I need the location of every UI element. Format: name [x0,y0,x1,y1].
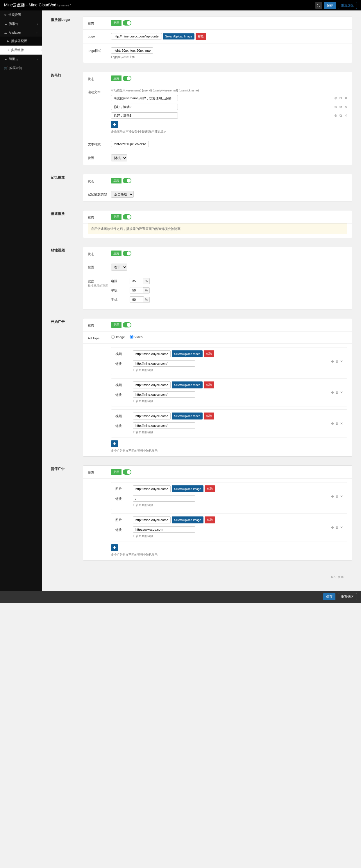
logo-switch[interactable]: 启用 [111,20,131,26]
reset-button[interactable]: 重置选区 [338,2,357,9]
copy-icon[interactable]: ⧉ [336,494,338,498]
select-video-button[interactable]: Select/Upload Video [172,350,202,358]
nav-buy[interactable]: 🛒购买时间 [0,64,42,72]
pause-image-input[interactable] [133,485,171,492]
delete-icon[interactable]: ✕ [340,422,343,426]
section-sticky: 粘性视频 [51,247,83,309]
add-ad-button[interactable]: ✚ [111,440,118,447]
pausead-switch[interactable]: 启用 [111,469,131,475]
ad-video-input[interactable] [133,350,171,358]
delete-icon[interactable]: ✕ [340,391,343,395]
ad-video-input[interactable] [133,381,171,389]
scroll-input-2[interactable] [111,104,178,110]
section-playerlogo: 播放器Logo [51,16,83,63]
nav-general[interactable]: ⚙常规设置 [0,10,42,20]
copy-icon[interactable]: ⧉ [336,525,338,529]
nav-tencent[interactable]: ☁腾讯云› [0,20,42,28]
nav-aliyun[interactable]: ☁阿里云› [0,55,42,64]
width-tablet-input[interactable] [130,287,144,293]
ad-item: 视频Select/Upload Video移除 链接广告页面的链接 ⊕⧉✕ [111,378,348,406]
expand-button[interactable]: ⛶ [315,2,322,9]
copy-icon[interactable]: ⧉ [336,422,338,426]
nav-plugins[interactable]: ✦实用组件 [0,45,42,55]
logo-style-input[interactable] [111,47,153,54]
select-video-button[interactable]: Select/Upload Video [172,381,202,389]
scroll-input-1[interactable] [111,95,178,101]
ad-link-input[interactable] [133,423,195,429]
copy-icon[interactable]: ⧉ [336,391,338,395]
speed-switch[interactable]: 启用 [111,214,131,220]
section-pausead: 暂停广告 [51,465,83,561]
text-style-input[interactable] [111,141,149,147]
section-memory: 记忆播放 [51,174,83,202]
select-image-button[interactable]: Select/Upload Image [163,33,194,39]
chevron-right-icon: › [37,23,38,26]
ad-item: 视频Select/Upload Video移除 链接广告页面的链接 ⊕⧉✕ [111,409,348,437]
move-icon[interactable]: ⊕ [331,494,334,498]
remove-button[interactable]: 移除 [204,350,214,358]
gear-icon: ⚙ [4,13,7,17]
adtype-image-radio[interactable]: Image [111,335,125,339]
marquee-switch[interactable]: 启用 [111,75,131,81]
memory-switch[interactable]: 启用 [111,178,131,183]
bottom-save-button[interactable]: 保存 [323,593,335,600]
copy-icon[interactable]: ⧉ [339,114,342,118]
startad-switch[interactable]: 启用 [111,322,131,328]
remove-button[interactable]: 移除 [205,485,215,492]
select-image-button[interactable]: Select/Upload Image [172,517,203,523]
delete-icon[interactable]: ✕ [340,360,343,364]
cloud-icon: ☁ [4,31,7,34]
delete-icon[interactable]: ✕ [344,96,348,100]
move-icon[interactable]: ⊕ [334,96,337,100]
move-icon[interactable]: ⊕ [331,391,334,395]
copy-icon[interactable]: ⧉ [336,360,338,364]
ad-link-input[interactable] [133,360,195,367]
copy-icon[interactable]: ⧉ [339,96,342,100]
remove-button[interactable]: 移除 [204,412,214,420]
pause-link-input[interactable] [133,526,195,533]
position-select[interactable]: 随机 [111,154,127,161]
remove-button[interactable]: 移除 [196,33,206,40]
select-image-button[interactable]: Select/Upload Image [172,485,203,492]
sticky-position-select[interactable]: 右下 [111,264,127,271]
nav-player-config[interactable]: ▶播放器配置 [0,37,42,45]
add-pause-ad-button[interactable]: ✚ [111,544,118,551]
ad-link-input[interactable] [133,391,195,398]
cloud-icon: ☁ [4,22,7,26]
pause-image-input[interactable] [133,517,171,523]
width-mobile-input[interactable] [130,297,144,303]
section-speed: 倍速播放 [51,210,83,238]
save-button[interactable]: 保存 [324,2,336,9]
delete-icon[interactable]: ✕ [344,105,348,109]
cart-icon: 🛒 [4,66,7,70]
delete-icon[interactable]: ✕ [344,114,348,118]
width-pc-input[interactable] [130,278,144,284]
move-icon[interactable]: ⊕ [331,525,334,529]
move-icon[interactable]: ⊕ [334,105,337,109]
sticky-switch[interactable]: 启用 [111,251,131,256]
delete-icon[interactable]: ✕ [340,494,343,498]
add-scroll-button[interactable]: ✚ [111,121,118,128]
scroll-input-3[interactable] [111,112,178,119]
delete-icon[interactable]: ✕ [340,525,343,529]
brand-by: by mine27 [58,4,71,7]
remove-button[interactable]: 移除 [204,381,214,389]
memtype-select[interactable]: 点击播放 [111,191,134,198]
pause-link-input[interactable] [133,495,195,502]
section-marquee: 跑马灯 [51,72,83,165]
ad-note: 多个广告将在不同的视频中随机展示 [111,449,348,453]
move-icon[interactable]: ⊕ [331,422,334,426]
select-video-button[interactable]: Select/Upload Video [172,412,202,420]
move-icon[interactable]: ⊕ [331,360,334,364]
ad-item: 视频Select/Upload Video移除 链接广告页面的链接 ⊕⧉✕ [111,347,348,375]
copy-icon[interactable]: ⧉ [339,105,342,109]
remove-button[interactable]: 移除 [205,517,215,523]
bottom-reset-button[interactable]: 重置选区 [338,593,357,600]
adtype-video-radio[interactable]: Video [130,335,143,339]
pause-ad-item: 图片Select/Upload Image移除 链接广告页面的链接 ⊕⧉✕ [111,482,348,510]
ad-video-input[interactable] [133,412,171,420]
version-text: 5.8.1版本 [51,569,352,585]
move-icon[interactable]: ⊕ [334,114,337,118]
nav-aliplayer[interactable]: ☁Aliplayer⌄ [0,28,42,37]
logo-url-input[interactable] [111,33,162,39]
